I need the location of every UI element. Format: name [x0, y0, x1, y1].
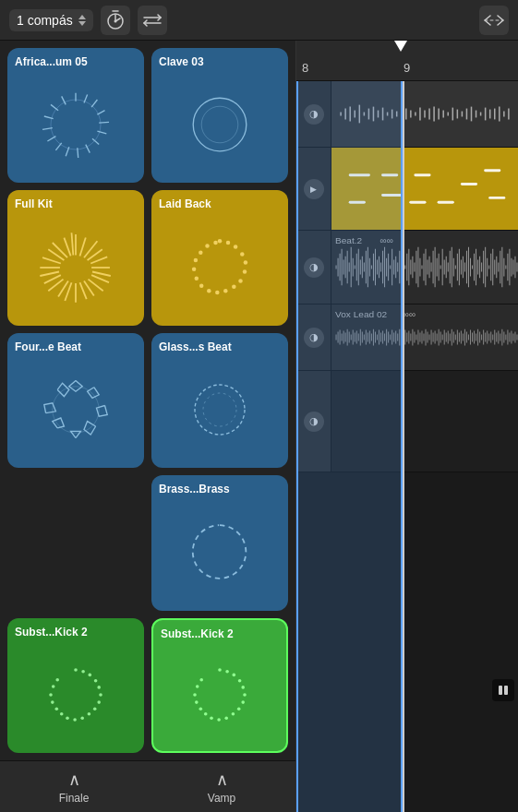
svg-point-77 — [60, 712, 64, 716]
loop-waveform-subst-a — [15, 644, 137, 746]
ruler-marker-8: 8 — [302, 61, 308, 75]
loop-cell-title: Glass...s Beat — [159, 340, 232, 353]
svg-line-31 — [53, 243, 67, 257]
svg-point-87 — [241, 686, 245, 689]
svg-line-7 — [99, 122, 109, 123]
loop-cell-glass-beat[interactable]: Glass...s Beat — [151, 333, 288, 468]
timer-button[interactable] — [101, 6, 130, 35]
loop-waveform-fullkit — [15, 216, 137, 317]
svg-rect-352 — [499, 686, 502, 695]
finale-button[interactable]: ∧ Finale — [0, 761, 148, 812]
svg-point-94 — [210, 716, 213, 720]
track-5-content — [331, 371, 518, 472]
playhead-triangle — [394, 41, 407, 52]
track-4-half-circle-icon[interactable]: ◑ — [304, 328, 324, 348]
svg-point-89 — [241, 700, 245, 704]
pause-button[interactable] — [492, 679, 514, 701]
track-3-half-circle-icon[interactable]: ◑ — [304, 257, 324, 278]
svg-point-71 — [97, 700, 101, 704]
loop-waveform-clave — [159, 74, 281, 175]
loop-cell-laid-back[interactable]: Laid Back — [151, 190, 288, 325]
timeline-ruler: 8 9 — [296, 41, 518, 80]
loop-cell-africa-um-05[interactable]: Africa...um 05 — [7, 48, 144, 183]
loop-cell-clave-03[interactable]: Clave 03 — [151, 48, 288, 183]
svg-text:∞∞: ∞∞ — [403, 309, 416, 319]
loop-grid: Africa...um 05 — [0, 41, 295, 760]
svg-line-13 — [55, 143, 61, 150]
loop-cell-subst-kick-2a[interactable]: Subst...Kick 2 — [7, 618, 144, 753]
svg-point-46 — [234, 245, 238, 249]
track-1: ◑ — [296, 81, 518, 148]
svg-point-68 — [94, 679, 98, 683]
svg-point-62 — [53, 387, 99, 433]
loop-cell-full-kit[interactable]: Full Kit — [7, 190, 144, 325]
track-4-controls: ◑ — [296, 304, 331, 370]
track-4-content: Vox Lead 02 ∞∞ — [331, 304, 518, 370]
svg-point-99 — [196, 685, 199, 688]
svg-line-33 — [80, 237, 86, 256]
bar-selector-chevrons[interactable] — [78, 15, 86, 26]
svg-point-73 — [88, 712, 91, 716]
svg-point-88 — [243, 693, 247, 697]
svg-point-57 — [192, 267, 197, 271]
vamp-button[interactable]: ∧ Vamp — [148, 761, 295, 812]
track-2-play-icon[interactable]: ▶ — [304, 179, 324, 199]
loop-cell-title: Brass...Brass — [159, 483, 230, 496]
svg-point-52 — [223, 289, 228, 293]
loop-cell-four-beat[interactable]: Four...e Beat — [7, 333, 144, 468]
svg-point-95 — [204, 712, 208, 716]
vamp-label: Vamp — [208, 792, 235, 805]
loop-waveform-africa — [15, 74, 137, 175]
loop-cell-title: Africa...um 05 — [15, 55, 88, 68]
app-container: 1 compás — [0, 0, 518, 812]
svg-text:∞∞: ∞∞ — [380, 235, 393, 245]
track-2-controls: ▶ — [296, 148, 331, 230]
svg-point-83 — [218, 668, 222, 672]
timeline-tracks: ◑ — [296, 81, 518, 812]
loop-browser: Africa...um 05 — [0, 41, 295, 812]
loop-cell-subst-kick-2b[interactable]: Subst...Kick 2 — [151, 618, 288, 753]
side-arrows-button[interactable] — [479, 6, 509, 35]
svg-text:Beat.2: Beat.2 — [335, 235, 363, 245]
svg-point-51 — [232, 284, 236, 289]
loop-cell-title: Four...e Beat — [15, 340, 81, 353]
svg-line-11 — [78, 148, 78, 158]
svg-point-66 — [81, 670, 85, 674]
svg-point-60 — [205, 244, 210, 248]
svg-point-86 — [238, 679, 242, 683]
track-1-half-circle-icon[interactable]: ◑ — [304, 104, 324, 125]
svg-rect-139 — [331, 148, 518, 230]
loop-cell-title: Laid Back — [159, 197, 211, 210]
bar-selector[interactable]: 1 compás — [9, 9, 93, 31]
track-4: ◑ Vox Lead 02 ∞∞ — [296, 304, 518, 371]
swap-button[interactable] — [138, 6, 167, 35]
svg-point-49 — [243, 269, 247, 274]
svg-point-85 — [233, 673, 236, 676]
pause-icon — [497, 684, 510, 697]
loop-cell-empty-slot — [7, 475, 144, 610]
svg-point-98 — [193, 693, 197, 697]
svg-point-84 — [225, 670, 229, 674]
svg-line-43 — [64, 237, 70, 256]
track-5-half-circle-icon[interactable]: ◑ — [304, 412, 324, 432]
track-1-waveform — [331, 81, 518, 147]
svg-point-48 — [244, 260, 248, 265]
top-bar: 1 compás — [0, 0, 518, 41]
loop-waveform-brass — [159, 501, 281, 603]
svg-point-93 — [217, 718, 221, 722]
svg-line-6 — [97, 111, 104, 115]
ruler-marker-9: 9 — [404, 61, 410, 75]
svg-point-61 — [213, 240, 218, 245]
loop-waveform-subst-b — [161, 646, 279, 744]
loop-cell-brass[interactable]: Brass...Brass — [151, 475, 288, 610]
loop-waveform-laidback — [159, 216, 281, 317]
svg-point-63 — [195, 385, 245, 435]
svg-point-47 — [240, 252, 245, 257]
chevron-up-icon — [78, 15, 86, 19]
svg-point-54 — [207, 289, 211, 293]
svg-point-91 — [232, 712, 235, 716]
loop-cell-title: Subst...Kick 2 — [15, 626, 88, 639]
svg-point-79 — [51, 700, 54, 704]
bottom-buttons: ∧ Finale ∧ Vamp — [0, 760, 295, 812]
svg-line-14 — [47, 137, 55, 141]
